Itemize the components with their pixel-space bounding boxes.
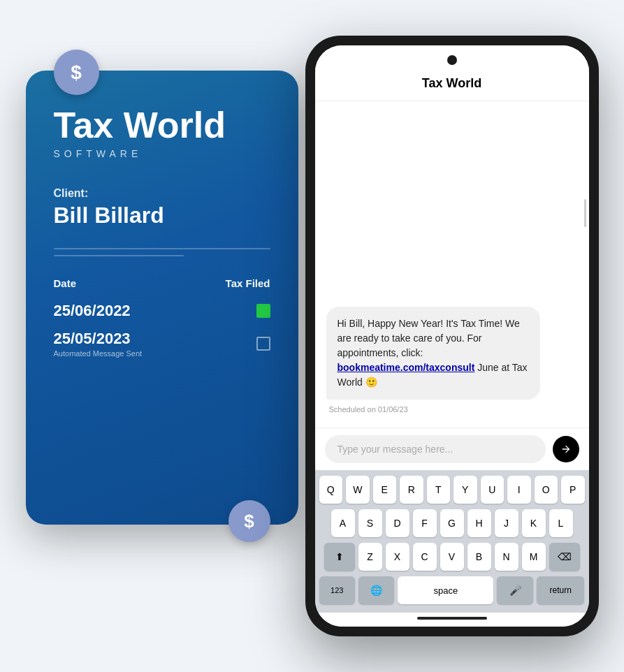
globe-key[interactable]: 🌐 — [358, 576, 394, 604]
date-row-1: 25/06/2022 — [54, 302, 131, 320]
message-input-area: Type your message here... — [315, 428, 589, 470]
key-x[interactable]: X — [386, 543, 409, 571]
key-d[interactable]: D — [386, 509, 409, 537]
scene: $ Tax World SOFTWARE Client: Bill Billar… — [12, 15, 613, 657]
phone-header: Tax World — [315, 71, 589, 101]
key-s[interactable]: S — [358, 509, 382, 537]
key-g[interactable]: G — [440, 509, 464, 537]
key-o[interactable]: O — [535, 476, 558, 504]
numbers-key[interactable]: 123 — [319, 576, 355, 604]
divider-line-2 — [54, 255, 184, 256]
home-bar — [417, 617, 487, 620]
client-name: Bill Billard — [54, 203, 270, 228]
key-u[interactable]: U — [481, 476, 505, 504]
col-date-header: Date — [54, 277, 77, 289]
keyboard-row-4: 123 🌐 space 🎤 return — [319, 576, 585, 604]
chat-timestamp: Scheduled on 01/06/23 — [326, 405, 578, 414]
backspace-key[interactable]: ⌫ — [549, 543, 580, 571]
send-icon — [560, 444, 572, 455]
key-v[interactable]: V — [440, 543, 464, 571]
key-h[interactable]: H — [467, 509, 491, 537]
key-p[interactable]: P — [561, 476, 585, 504]
key-j[interactable]: J — [495, 509, 518, 537]
space-key[interactable]: space — [398, 576, 493, 604]
date-row-2-group: 25/05/2023 Automated Message Sent — [54, 330, 143, 358]
tax-card: $ Tax World SOFTWARE Client: Bill Billar… — [26, 71, 298, 525]
keyboard-row-2: A S D F G H J K L — [319, 509, 585, 537]
col-filed-header: Tax Filed — [226, 277, 270, 289]
card-title: Tax World — [54, 105, 270, 145]
automated-msg: Automated Message Sent — [54, 349, 143, 358]
shift-key[interactable]: ⬆ — [324, 543, 355, 571]
phone-home-bar — [315, 613, 589, 627]
key-y[interactable]: Y — [454, 476, 477, 504]
chat-link[interactable]: bookmeatime.com/taxconsult — [338, 362, 475, 373]
phone-camera — [447, 55, 457, 65]
table-row-2: 25/05/2023 Automated Message Sent — [54, 330, 270, 358]
return-key[interactable]: return — [537, 576, 585, 604]
message-input[interactable]: Type your message here... — [325, 435, 546, 463]
table-row: 25/06/2022 — [54, 302, 270, 320]
key-r[interactable]: R — [400, 476, 423, 504]
phone-inner: Tax World Hi Bill, Happy New Year! It's … — [315, 45, 589, 627]
phone: Tax World Hi Bill, Happy New Year! It's … — [305, 36, 599, 636]
key-l[interactable]: L — [549, 509, 573, 537]
scrollbar[interactable] — [584, 199, 586, 227]
key-n[interactable]: N — [495, 543, 518, 571]
key-b[interactable]: B — [467, 543, 491, 571]
send-button[interactable] — [553, 436, 579, 462]
dollar-badge-top: $ — [54, 50, 99, 95]
key-c[interactable]: C — [413, 543, 437, 571]
message-placeholder: Type your message here... — [338, 444, 454, 455]
keyboard-row-3: ⬆ Z X C V B N M ⌫ — [319, 543, 585, 571]
keyboard-row-1: Q W E R T Y U I O P — [319, 476, 585, 504]
keyboard: Q W E R T Y U I O P A S D F G — [315, 470, 589, 613]
key-i[interactable]: I — [507, 476, 531, 504]
key-e[interactable]: E — [373, 476, 397, 504]
dollar-badge-bottom: $ — [228, 500, 270, 542]
divider-line-1 — [54, 248, 270, 249]
key-z[interactable]: Z — [358, 543, 382, 571]
phone-app-title: Tax World — [329, 76, 575, 91]
filed-no-indicator — [256, 337, 270, 351]
key-w[interactable]: W — [346, 476, 370, 504]
key-f[interactable]: F — [413, 509, 437, 537]
key-a[interactable]: A — [331, 509, 355, 537]
table-header: Date Tax Filed — [54, 277, 270, 289]
chat-bubble: Hi Bill, Happy New Year! It's Tax Time! … — [326, 307, 540, 400]
divider-lines — [54, 248, 270, 256]
filed-yes-indicator — [256, 304, 270, 318]
phone-notch-area — [315, 45, 589, 71]
date-row-2: 25/05/2023 — [54, 330, 131, 347]
key-q[interactable]: Q — [319, 476, 343, 504]
card-subtitle: SOFTWARE — [54, 148, 270, 159]
key-t[interactable]: T — [427, 476, 451, 504]
key-k[interactable]: K — [522, 509, 546, 537]
mic-key[interactable]: 🎤 — [497, 576, 532, 604]
client-label: Client: — [54, 187, 270, 200]
phone-chat-area: Hi Bill, Happy New Year! It's Tax Time! … — [315, 101, 589, 428]
key-m[interactable]: M — [522, 543, 546, 571]
chat-bubble-text: Hi Bill, Happy New Year! It's Tax Time! … — [338, 316, 529, 390]
